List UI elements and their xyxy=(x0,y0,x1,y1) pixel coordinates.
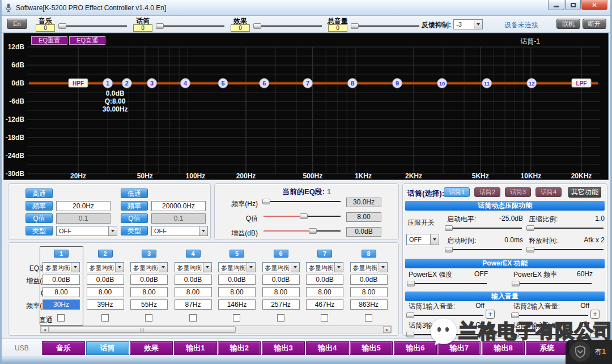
slider-thumb[interactable] xyxy=(445,247,453,252)
input-volume-plus-button[interactable]: + xyxy=(590,329,600,338)
mic-button-3[interactable]: 话筒3 xyxy=(505,187,531,197)
eq-q-field[interactable]: 8.00 xyxy=(42,287,80,297)
input-volume-plus-button[interactable]: + xyxy=(590,310,600,319)
dropdown-button[interactable] xyxy=(379,263,387,272)
volume-value[interactable]: 0 xyxy=(328,24,347,32)
maximize-button[interactable] xyxy=(565,0,581,10)
connect-button[interactable]: 联机 xyxy=(556,19,580,29)
dropdown-button[interactable] xyxy=(430,234,439,245)
slider-thumb[interactable] xyxy=(526,225,534,231)
volume-value[interactable]: 0 xyxy=(231,24,250,32)
input-volume-plus-button[interactable]: + xyxy=(486,310,495,319)
slider-thumb[interactable] xyxy=(309,228,317,234)
dropdown-button[interactable] xyxy=(334,263,343,272)
eq-gain-field[interactable]: 0.0dB xyxy=(350,275,388,285)
slider-thumb[interactable] xyxy=(156,23,164,29)
dropdown-button[interactable] xyxy=(108,226,117,235)
eq-type-dropdown[interactable]: 参量均衡 xyxy=(175,262,212,272)
eq-freq-field[interactable]: 39Hz xyxy=(87,299,124,310)
bypass-checkbox[interactable] xyxy=(365,314,372,322)
dropdown-button[interactable] xyxy=(199,226,207,235)
eq-column-number[interactable]: 8 xyxy=(362,250,376,258)
eq-freq-field[interactable]: 257Hz xyxy=(262,299,300,310)
eq-type-dropdown[interactable]: 参量均衡 xyxy=(306,262,343,272)
security-toast[interactable]: 有1 xyxy=(566,340,612,364)
slider-thumb[interactable] xyxy=(253,23,261,29)
eq-gain-field[interactable]: 0.0dB xyxy=(262,275,300,285)
eq-column-number[interactable]: 1 xyxy=(54,250,69,258)
eq-column-number[interactable]: 3 xyxy=(142,250,156,258)
tab-音乐[interactable]: 音乐 xyxy=(42,341,85,355)
bypass-checkbox[interactable] xyxy=(145,314,152,322)
lp-freq-field[interactable]: 20000.0Hz xyxy=(151,201,206,211)
eq-gain-field[interactable]: 0.0dB xyxy=(87,275,124,285)
slider-thumb[interactable] xyxy=(58,23,66,29)
input-volume-plus-button[interactable]: + xyxy=(486,329,495,338)
eq-gain-field[interactable]: 0.0dB xyxy=(42,275,80,285)
eq-q-field[interactable]: 8.00 xyxy=(87,287,124,297)
bypass-checkbox[interactable] xyxy=(189,314,197,322)
tab-输出1[interactable]: 输出1 xyxy=(174,341,217,355)
eq-gain-field[interactable]: 0.0dB xyxy=(175,275,212,285)
eq-freq-field[interactable]: 467Hz xyxy=(306,299,343,310)
eq-curve-plot[interactable]: 12dB6dB0dB-6dB-12dB-18dB-24dB-30dB20Hz50… xyxy=(4,33,608,179)
tab-效果[interactable]: 效果 xyxy=(130,341,173,355)
eq-column-number[interactable]: 2 xyxy=(98,250,113,258)
mic-button-4[interactable]: 话筒4 xyxy=(536,187,562,197)
mic-button-2[interactable]: 话筒2 xyxy=(474,187,500,197)
eq-type-dropdown[interactable]: 参量均衡 xyxy=(262,262,300,272)
eq-type-dropdown[interactable]: 参量均衡 xyxy=(87,262,124,272)
eq-freq-field[interactable]: 863Hz xyxy=(350,299,388,310)
disconnect-button[interactable]: 断开 xyxy=(583,19,606,29)
eq-column-number[interactable]: 6 xyxy=(274,250,288,258)
minimize-button[interactable] xyxy=(548,0,564,10)
slider-thumb[interactable] xyxy=(445,225,453,231)
feedback-suppression-dropdown[interactable]: -3 xyxy=(453,19,483,29)
slider-thumb[interactable] xyxy=(407,281,415,286)
dropdown-button[interactable] xyxy=(246,263,255,272)
bypass-checkbox[interactable] xyxy=(277,314,284,322)
eq-table-scrollbar[interactable]: ◂ ▸ ||| xyxy=(40,326,392,333)
bypass-checkbox[interactable] xyxy=(321,314,328,322)
eq-bypass-button[interactable]: EQ直通 xyxy=(69,36,105,45)
tab-输出3[interactable]: 输出3 xyxy=(262,341,305,355)
eq-gain-field[interactable]: 0.0dB xyxy=(130,275,168,285)
language-button[interactable]: En xyxy=(7,19,27,29)
eq-reset-button[interactable]: EQ重置 xyxy=(31,36,67,45)
eq-q-field[interactable]: 8.00 xyxy=(262,287,300,297)
bypass-checkbox[interactable] xyxy=(57,314,65,322)
dropdown-button[interactable] xyxy=(291,263,299,272)
tab-输出4[interactable]: 输出4 xyxy=(306,341,349,355)
slider-thumb[interactable] xyxy=(351,23,359,29)
slider-thumb[interactable] xyxy=(512,281,520,286)
eq-q-field[interactable]: 8.00 xyxy=(306,287,343,297)
bypass-checkbox[interactable] xyxy=(233,314,240,322)
eq-type-dropdown[interactable]: 参量均衡 xyxy=(218,262,256,272)
eq-q-field[interactable]: 8.00 xyxy=(175,287,212,297)
eq-gain-field[interactable]: 0.0dB xyxy=(306,275,343,285)
dropdown-button[interactable] xyxy=(115,263,124,272)
tab-输出2[interactable]: 输出2 xyxy=(218,341,261,355)
tab-输出6[interactable]: 输出6 xyxy=(394,341,437,355)
hp-freq-field[interactable]: 20.0Hz xyxy=(56,201,110,211)
tab-系统[interactable]: 系统 xyxy=(526,341,569,355)
bypass-checkbox[interactable] xyxy=(101,314,109,322)
scrollbar-thumb[interactable]: ||| xyxy=(49,326,236,333)
eq-gain-field[interactable]: 0.0dB xyxy=(218,275,256,285)
slider-thumb[interactable] xyxy=(511,332,519,337)
slider-thumb[interactable] xyxy=(511,312,519,318)
eq-freq-field[interactable]: 87Hz xyxy=(175,299,212,310)
lp-type-dropdown[interactable]: OFF xyxy=(151,226,208,236)
dropdown-button[interactable] xyxy=(474,20,482,29)
slider-thumb[interactable] xyxy=(406,332,414,337)
slider-thumb[interactable] xyxy=(262,199,270,204)
eq-q-field[interactable]: 8.00 xyxy=(350,287,388,297)
slider-thumb[interactable] xyxy=(526,247,534,252)
eq-freq-field[interactable]: 30Hz xyxy=(42,299,80,310)
eq-q-field[interactable]: 8.00 xyxy=(218,287,256,297)
tab-输出5[interactable]: 输出5 xyxy=(350,341,393,355)
scroll-left-icon[interactable]: ◂ xyxy=(41,326,49,333)
eq-type-dropdown[interactable]: 参量均衡 xyxy=(130,262,168,272)
eq-q-field[interactable]: 8.00 xyxy=(130,287,168,297)
scroll-right-icon[interactable]: ▸ xyxy=(383,326,391,333)
